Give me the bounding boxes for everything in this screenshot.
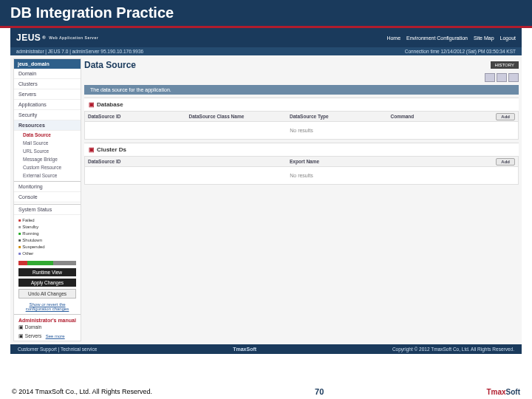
status-other: Other [18,250,76,257]
nav-home[interactable]: Home [386,35,400,41]
database-table-head: DataSource ID DataSource Class Name Data… [85,112,518,122]
sidebar-system-status[interactable]: System Status [14,205,81,215]
col-cluster-add: Add [488,157,518,166]
slide-title-bar: DB Integration Practice [0,0,532,28]
sidebar-sub-external[interactable]: External Source [14,171,81,180]
sidebar-sub-msgbridge[interactable]: Message Bridge [14,155,81,163]
runtime-view-button[interactable]: Runtime View [18,268,76,276]
page-title: Data Source [84,60,136,70]
page-description: The data source for the application. [84,85,519,95]
footer-brand: TmaxSoft [233,347,256,352]
sidebar-item-applications[interactable]: Applications [14,100,81,110]
clusterds-table-head: DataSource ID Export Name Add [85,157,518,167]
slide-title: DB Integration Practice [10,4,522,21]
sub-info-bar: administrator | JEUS 7.0 | adminServer 9… [10,47,522,55]
nav-env-config[interactable]: Environment Configuration [406,35,468,41]
app-shell: JEUS® Web Application Server Home Enviro… [10,28,522,354]
sidebar-item-clusters[interactable]: Clusters [14,79,81,89]
section-database-head: ▣Database [84,98,519,111]
nav-logout[interactable]: Logout [500,35,516,41]
section-clusterds-head: ▣Cluster Ds [84,143,519,156]
sidebar-item-resources[interactable]: Resources [14,120,81,131]
col-cluster-datasource-id: DataSource ID [85,157,287,166]
footer-left-links[interactable]: Customer Support | Technical service [18,347,97,352]
status-standby: Standby [18,224,76,231]
manual-servers[interactable]: ▣ Servers See more [14,332,81,341]
manual-domain[interactable]: ▣ Domain [14,323,81,332]
help-icon[interactable] [508,73,519,82]
clusterds-table: DataSource ID Export Name Add No results [84,156,519,185]
section-clusterds-label: Cluster Ds [97,146,126,153]
sidebar-item-domain[interactable]: Domain [14,69,81,79]
main-content: Data Source HISTORY The data source for … [84,58,519,341]
manual-servers-label: Servers [25,333,41,338]
sidebar-item-servers[interactable]: Servers [14,89,81,100]
topbar: JEUS® Web Application Server Home Enviro… [10,28,522,47]
section-marker-icon: ▣ [89,101,95,108]
sidebar-item-console[interactable]: Console [14,192,81,202]
section-database-label: Database [97,101,123,108]
slide-page-number: 70 [315,387,324,396]
col-cluster-export: Export Name [287,157,488,166]
footer-copyright: Copyright © 2012 TmaxSoft Co, Ltd. All R… [392,347,514,352]
company-logo: TmaxSoft [486,388,520,396]
workspace: jeus_domain Domain Clusters Servers Appl… [10,55,522,344]
section-marker-icon: ▣ [89,146,95,153]
clusterds-noresult: No results [85,167,518,184]
product-logo: JEUS® Web Application Server [16,33,98,43]
add-cluster-button[interactable]: Add [496,158,515,166]
status-failed: Failed [18,217,76,224]
status-legend: Failed Standby Running Shutdown Suspende… [14,215,81,259]
undo-changes-button[interactable]: Undo All Changes [18,289,76,299]
status-distribution-bar [18,261,76,265]
database-table: DataSource ID DataSource Class Name Data… [84,111,519,140]
status-running: Running [18,231,76,237]
col-datasource-id: DataSource ID [85,112,186,121]
col-command: Command [388,112,489,121]
sidebar-item-security[interactable]: Security [14,110,81,120]
col-add: Add [488,112,518,121]
database-noresult: No results [85,122,518,139]
app-footer: Customer Support | Technical service Tma… [10,344,522,354]
status-shutdown: Shutdown [18,237,76,244]
sidebar-domain-head[interactable]: jeus_domain [14,59,81,69]
nav-sitemap[interactable]: Site Map [474,35,494,41]
expand-icon[interactable] [497,73,507,82]
sidebar-sub-datasource[interactable]: Data Source [14,131,81,139]
pending-changes-link[interactable]: Show or revert the configuration changes [14,301,81,313]
manual-seemore-link[interactable]: See more [46,334,65,338]
sidebar: jeus_domain Domain Clusters Servers Appl… [13,58,81,341]
logo-text: JEUS [16,33,41,43]
sidebar-sub-custom[interactable]: Custom Resource [14,163,81,171]
apply-changes-button[interactable]: Apply Changes [18,279,76,287]
connection-time: Connection time 12/14/2012 (Sat) PM 03:5… [405,49,516,54]
logo-part-a: Tmax [486,388,505,396]
session-info: administrator | JEUS 7.0 | adminServer 9… [16,49,143,54]
add-database-button[interactable]: Add [496,113,515,120]
refresh-icon[interactable] [485,73,495,82]
sidebar-sub-mail[interactable]: Mail Source [14,139,81,147]
col-datasource-class: DataSource Class Name [186,112,287,121]
manual-heading: Administrator's manual [14,315,81,323]
logo-part-b: Soft [506,388,520,396]
top-nav: Home Environment Configuration Site Map … [386,35,516,41]
status-suspended: Suspended [18,244,76,250]
sidebar-sub-url[interactable]: URL Source [14,147,81,155]
history-button[interactable]: HISTORY [491,61,519,69]
slide-footer: © 2014 TmaxSoft Co., Ltd. All Rights Res… [0,387,532,396]
manual-domain-label: Domain [25,324,41,330]
slide-copyright: © 2014 TmaxSoft Co., Ltd. All Rights Res… [12,388,152,395]
col-datasource-type: DataSource Type [287,112,388,121]
logo-subtitle: Web Application Server [49,35,98,40]
tool-icon-row [84,72,519,83]
page-header: Data Source HISTORY [84,58,519,72]
trademark-icon: ® [42,35,46,40]
sidebar-item-monitoring[interactable]: Monitoring [14,182,81,192]
